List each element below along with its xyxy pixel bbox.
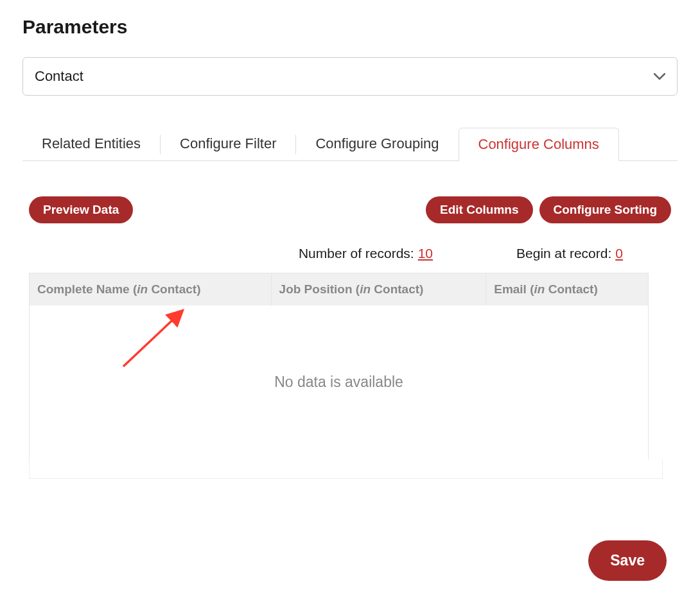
column-header-email: Email (in Contact) (486, 273, 649, 306)
tab-configure-grouping[interactable]: Configure Grouping (296, 128, 458, 160)
begin-at-record: Begin at record: 0 (516, 246, 623, 261)
column-in: in (360, 282, 371, 296)
save-button[interactable]: Save (588, 540, 667, 581)
column-in: in (534, 282, 545, 296)
tab-configure-columns[interactable]: Configure Columns (459, 128, 619, 161)
column-entity: Contact (374, 282, 419, 296)
entity-select-value: Contact (35, 68, 83, 85)
column-field: Job Position (279, 282, 353, 296)
begin-at-record-value[interactable]: 0 (615, 246, 623, 261)
number-of-records-value[interactable]: 10 (418, 246, 433, 261)
page-title: Parameters (22, 16, 678, 38)
column-header-complete-name: Complete Name (in Contact) (30, 273, 272, 306)
table-header-row: Complete Name (in Contact) Job Position … (30, 273, 649, 306)
number-of-records: Number of records: 10 (299, 246, 433, 261)
chevron-down-icon (654, 71, 665, 82)
button-group-right: Edit Columns Configure Sorting (426, 196, 671, 223)
column-field: Email (494, 282, 527, 296)
number-of-records-label: Number of records: (299, 246, 414, 261)
tabs: Related Entities Configure Filter Config… (22, 128, 678, 161)
entity-select[interactable]: Contact (22, 57, 678, 96)
begin-at-record-label: Begin at record: (516, 246, 611, 261)
table-empty-row: No data is available (30, 305, 649, 460)
table-footer (29, 460, 663, 479)
column-field: Complete Name (37, 282, 130, 296)
record-controls: Number of records: 10 Begin at record: 0 (22, 246, 678, 261)
action-button-row: Preview Data Edit Columns Configure Sort… (22, 196, 678, 223)
table-empty-message: No data is available (30, 305, 649, 460)
tab-configure-filter[interactable]: Configure Filter (161, 128, 295, 160)
column-entity: Contact (548, 282, 594, 296)
column-in: in (137, 282, 148, 296)
column-header-job-position: Job Position (in Contact) (271, 273, 486, 306)
preview-data-button[interactable]: Preview Data (29, 196, 133, 223)
edit-columns-button[interactable]: Edit Columns (426, 196, 532, 223)
entity-select-wrapper: Contact (22, 57, 678, 96)
columns-table: Complete Name (in Contact) Job Position … (29, 273, 649, 460)
configure-sorting-button[interactable]: Configure Sorting (539, 196, 671, 223)
tab-related-entities[interactable]: Related Entities (22, 128, 160, 160)
column-entity: Contact (151, 282, 197, 296)
